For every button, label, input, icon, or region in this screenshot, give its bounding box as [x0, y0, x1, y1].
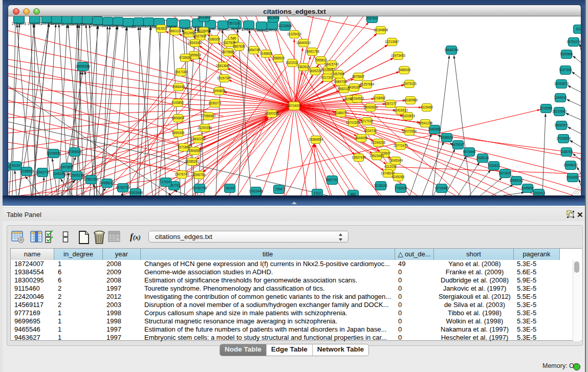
- svg-text:9875847: 9875847: [352, 75, 365, 78]
- svg-text:20206536: 20206536: [47, 151, 61, 155]
- svg-text:7934: 7934: [275, 187, 283, 191]
- svg-text:16033809: 16033809: [197, 16, 212, 19]
- svg-text:12505135: 12505135: [70, 173, 84, 177]
- svg-text:12541238: 12541238: [418, 121, 433, 125]
- svg-text:20772475: 20772475: [394, 144, 408, 147]
- svg-text:9146821: 9146821: [260, 52, 273, 55]
- svg-text:8806804: 8806804: [172, 116, 185, 120]
- svg-text:8660124: 8660124: [169, 29, 182, 33]
- svg-text:9329966: 9329966: [560, 52, 573, 56]
- svg-text:1839221: 1839221: [309, 69, 322, 73]
- svg-text:20813640: 20813640: [216, 64, 231, 68]
- svg-text:7357224: 7357224: [227, 21, 240, 25]
- svg-text:8938923: 8938923: [441, 136, 453, 139]
- svg-text:17359924: 17359924: [68, 150, 82, 154]
- svg-text:15692971: 15692971: [554, 123, 569, 127]
- svg-text:19285201: 19285201: [185, 160, 200, 163]
- svg-text:3644095: 3644095: [355, 136, 368, 140]
- svg-text:21200396: 21200396: [198, 126, 212, 129]
- svg-text:8224730: 8224730: [364, 129, 377, 133]
- svg-text:4112034: 4112034: [384, 165, 397, 168]
- svg-text:11325419: 11325419: [287, 32, 301, 36]
- svg-text:12213967: 12213967: [385, 40, 400, 43]
- svg-text:8489709: 8489709: [334, 80, 347, 83]
- svg-text:12093873: 12093873: [554, 82, 569, 85]
- svg-text:8186328: 8186328: [208, 37, 221, 41]
- svg-text:2033454: 2033454: [567, 176, 579, 179]
- svg-text:10837430: 10837430: [352, 156, 366, 159]
- svg-text:16249: 16249: [225, 186, 234, 190]
- svg-text:10323815: 10323815: [401, 114, 416, 118]
- svg-text:28053346: 28053346: [76, 64, 91, 68]
- svg-text:2066449: 2066449: [172, 85, 185, 89]
- svg-text:12942737: 12942737: [35, 170, 50, 174]
- svg-text:1002913: 1002913: [533, 191, 546, 195]
- svg-text:1168753: 1168753: [560, 150, 573, 154]
- svg-text:9457791: 9457791: [326, 178, 339, 182]
- svg-text:13045349: 13045349: [388, 159, 403, 162]
- svg-text:15157347: 15157347: [217, 76, 232, 80]
- svg-text:3675685: 3675685: [222, 50, 235, 54]
- svg-text:19384554: 19384554: [309, 138, 323, 141]
- svg-text:12975115: 12975115: [402, 82, 417, 85]
- svg-text:3215955: 3215955: [540, 106, 553, 110]
- svg-text:16648784: 16648784: [444, 48, 459, 52]
- svg-text:19245012: 19245012: [563, 163, 578, 167]
- svg-text:11136141: 11136141: [374, 184, 388, 187]
- svg-text:21257684: 21257684: [360, 82, 375, 86]
- svg-text:1312: 1312: [314, 191, 321, 195]
- svg-text:12156829: 12156829: [19, 169, 34, 173]
- svg-text:2867608: 2867608: [233, 45, 246, 48]
- svg-text:16961758: 16961758: [305, 50, 320, 53]
- svg-text:6217026: 6217026: [361, 119, 374, 123]
- svg-text:8396759: 8396759: [193, 173, 206, 177]
- svg-text:9327505: 9327505: [194, 34, 207, 38]
- svg-text:3917183: 3917183: [175, 70, 188, 74]
- svg-text:10228452: 10228452: [321, 68, 336, 72]
- svg-text:18724007: 18724007: [287, 104, 302, 107]
- svg-text:10654112: 10654112: [509, 179, 524, 182]
- svg-text:8471876: 8471876: [499, 171, 512, 175]
- svg-text:7485003: 7485003: [398, 68, 411, 72]
- svg-text:12294238: 12294238: [371, 141, 386, 144]
- svg-text:4735650: 4735650: [179, 56, 192, 59]
- svg-text:9217207: 9217207: [321, 76, 334, 79]
- svg-text:18300295: 18300295: [265, 112, 279, 115]
- svg-text:39154: 39154: [11, 164, 20, 167]
- svg-text:16154808: 16154808: [374, 28, 388, 32]
- svg-text:21754078: 21754078: [12, 22, 27, 26]
- svg-text:4245263: 4245263: [392, 175, 405, 179]
- svg-text:13701506: 13701506: [346, 121, 361, 124]
- svg-text:6322037: 6322037: [286, 61, 299, 64]
- svg-text:7632621: 7632621: [488, 164, 500, 167]
- svg-text:16543362: 16543362: [188, 41, 203, 45]
- svg-text:10973493: 10973493: [391, 54, 406, 57]
- svg-text:19832259: 19832259: [191, 137, 206, 141]
- svg-text:22806503: 22806503: [187, 149, 202, 152]
- svg-text:10782759: 10782759: [192, 186, 207, 190]
- svg-text:17957253: 17957253: [84, 178, 99, 181]
- svg-text:9214491: 9214491: [217, 28, 230, 31]
- svg-text:15716485: 15716485: [434, 186, 449, 190]
- svg-text:6479197: 6479197: [452, 143, 465, 146]
- svg-text:6357277: 6357277: [384, 102, 397, 105]
- svg-text:1112: 1112: [575, 27, 581, 31]
- svg-text:10958117: 10958117: [100, 181, 114, 185]
- svg-text:1218062: 1218062: [373, 96, 386, 100]
- svg-text:1362615: 1362615: [297, 65, 310, 69]
- svg-text:15076749: 15076749: [175, 172, 189, 176]
- svg-text:2087642: 2087642: [366, 16, 379, 20]
- svg-text:10334531: 10334531: [350, 97, 365, 100]
- svg-text:19523409: 19523409: [369, 154, 384, 158]
- svg-text:11881122: 11881122: [265, 28, 279, 32]
- svg-text:16072954: 16072954: [402, 129, 417, 133]
- svg-text:12218506: 12218506: [278, 24, 293, 28]
- svg-text:1145195: 1145195: [53, 172, 66, 176]
- svg-text:9245652: 9245652: [521, 186, 534, 190]
- svg-text:15180586: 15180586: [403, 98, 418, 102]
- svg-text:16782759: 16782759: [116, 186, 130, 189]
- svg-text:8454749: 8454749: [248, 48, 260, 52]
- svg-text:18992829: 18992829: [363, 105, 378, 109]
- svg-text:5188470: 5188470: [335, 111, 347, 115]
- svg-text:20372723: 20372723: [28, 22, 42, 26]
